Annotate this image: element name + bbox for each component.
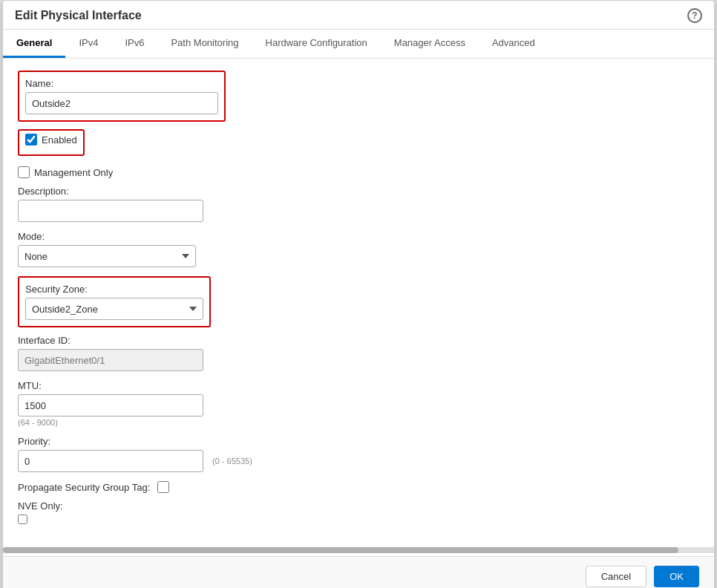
enabled-label: Enabled bbox=[42, 134, 77, 146]
dialog-body: Name: Enabled Management Only Descriptio… bbox=[3, 59, 714, 547]
interface-id-input bbox=[18, 349, 203, 371]
nve-only-checkbox[interactable] bbox=[18, 514, 27, 524]
interface-id-label: Interface ID: bbox=[18, 335, 699, 346]
mode-group: Mode: None Passive Inline BVI bbox=[18, 231, 699, 267]
priority-row: (0 - 65535) bbox=[18, 450, 699, 472]
enabled-checkbox-group: Enabled bbox=[18, 129, 85, 156]
priority-input[interactable] bbox=[18, 450, 203, 472]
tab-path-monitoring[interactable]: Path Monitoring bbox=[157, 30, 252, 58]
security-zone-label: Security Zone: bbox=[25, 284, 203, 295]
propagate-sgt-label: Propagate Security Group Tag: bbox=[18, 482, 150, 493]
tab-ipv6[interactable]: IPv6 bbox=[111, 30, 157, 58]
scrollbar-thumb bbox=[3, 547, 678, 553]
enabled-row: Enabled bbox=[25, 134, 77, 146]
description-label: Description: bbox=[18, 186, 699, 197]
mode-label: Mode: bbox=[18, 231, 699, 242]
priority-group: Priority: (0 - 65535) bbox=[18, 436, 699, 472]
tab-bar: General IPv4 IPv6 Path Monitoring Hardwa… bbox=[3, 30, 714, 59]
name-input[interactable] bbox=[25, 92, 218, 114]
security-zone-group: Security Zone: Outside2_Zone None bbox=[25, 284, 203, 320]
name-group: Name: bbox=[25, 78, 218, 114]
dialog-title: Edit Physical Interface bbox=[15, 9, 142, 22]
dialog-footer: Cancel OK bbox=[3, 556, 714, 588]
edit-physical-interface-dialog: Edit Physical Interface ? General IPv4 I… bbox=[2, 0, 715, 588]
nve-only-label: NVE Only: bbox=[18, 500, 699, 512]
name-field-group: Name: bbox=[18, 71, 226, 122]
description-input[interactable] bbox=[18, 200, 203, 222]
dialog-header: Edit Physical Interface ? bbox=[3, 1, 714, 30]
tab-advanced[interactable]: Advanced bbox=[479, 30, 549, 58]
horizontal-scrollbar[interactable] bbox=[3, 547, 714, 553]
mtu-hint: (64 - 9000) bbox=[18, 418, 699, 427]
tab-general[interactable]: General bbox=[3, 30, 65, 58]
mtu-label: MTU: bbox=[18, 380, 699, 391]
cancel-button[interactable]: Cancel bbox=[586, 566, 646, 587]
ok-button[interactable]: OK bbox=[654, 566, 699, 587]
priority-label: Priority: bbox=[18, 436, 699, 447]
management-only-checkbox[interactable] bbox=[18, 166, 30, 178]
nve-only-group: NVE Only: bbox=[18, 500, 699, 526]
mtu-input[interactable] bbox=[18, 394, 203, 416]
management-only-row: Management Only bbox=[18, 166, 699, 178]
interface-id-group: Interface ID: bbox=[18, 335, 699, 371]
tab-manager-access[interactable]: Manager Access bbox=[381, 30, 479, 58]
name-label: Name: bbox=[25, 78, 218, 89]
help-icon[interactable]: ? bbox=[687, 8, 702, 23]
tab-ipv4[interactable]: IPv4 bbox=[65, 30, 111, 58]
tab-hardware-configuration[interactable]: Hardware Configuration bbox=[252, 30, 381, 58]
mode-select[interactable]: None Passive Inline BVI bbox=[18, 245, 196, 267]
enabled-checkbox[interactable] bbox=[25, 134, 37, 146]
description-group: Description: bbox=[18, 186, 699, 222]
priority-hint: (0 - 65535) bbox=[212, 457, 252, 466]
mtu-group: MTU: (64 - 9000) bbox=[18, 380, 699, 427]
security-zone-field-group: Security Zone: Outside2_Zone None bbox=[18, 276, 211, 327]
security-zone-select[interactable]: Outside2_Zone None bbox=[25, 298, 203, 320]
propagate-sgt-row: Propagate Security Group Tag: bbox=[18, 481, 699, 493]
management-only-label: Management Only bbox=[34, 167, 113, 178]
propagate-sgt-checkbox[interactable] bbox=[157, 481, 169, 493]
